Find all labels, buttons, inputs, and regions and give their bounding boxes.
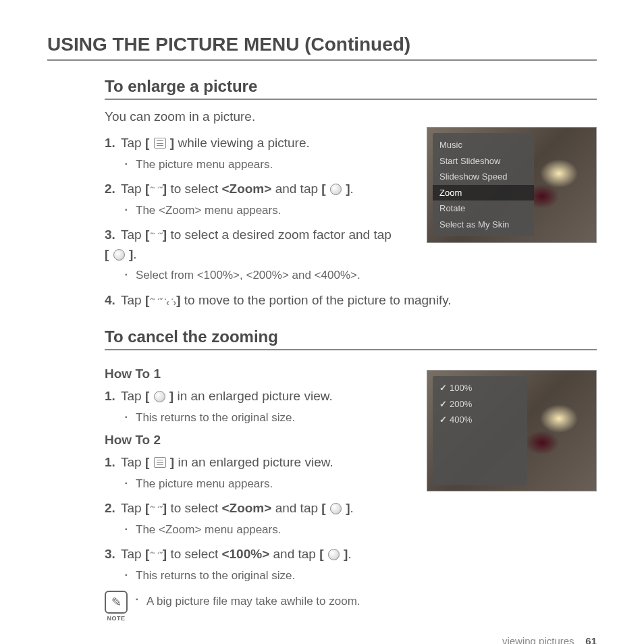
menu-icon xyxy=(154,138,166,149)
step-num: 3. xyxy=(105,225,121,245)
step-text: Tap xyxy=(121,547,145,561)
step-text: in an enlarged picture view. xyxy=(173,389,333,403)
page-number: 61 xyxy=(585,635,597,644)
section1-steps: 1.Tap [ ] while viewing a picture. The p… xyxy=(105,134,415,284)
howto-2-label: How To 2 xyxy=(105,433,597,448)
howto2-step3: 3.Tap [ˆ˙ ˙ˇ] to select <100%> and tap [… xyxy=(105,545,415,584)
step-text: Tap xyxy=(121,293,145,307)
step-text: to select a desired zoom factor and tap xyxy=(167,227,392,242)
section-title-cancel: To cancel the zooming xyxy=(105,327,597,350)
step-sub: This returns to the original size. xyxy=(125,409,415,427)
step-text: and tap xyxy=(269,547,319,561)
step-text: in an enlarged picture view. xyxy=(174,455,333,469)
direction-pad-icon: ˆ˙ ˙ˇ ˙‹ ˙› xyxy=(150,296,176,310)
howto1-step1: 1.Tap [ ] in an enlarged picture view. T… xyxy=(105,387,415,426)
manual-page: USING THE PICTURE MENU (Continued) Music… xyxy=(0,0,644,644)
step-num: 1. xyxy=(105,453,121,473)
step-4: 4.Tap [ˆ˙ ˙ˇ ˙‹ ˙›] to move to the porti… xyxy=(105,291,597,311)
up-down-icon: ˆ˙ ˙ˇ xyxy=(150,184,162,198)
step-text: and tap xyxy=(271,182,321,196)
step-num: 3. xyxy=(105,545,121,564)
step-text: to move to the portion of the picture to… xyxy=(181,293,452,307)
page-footer: viewing pictures _ 61 xyxy=(47,635,597,644)
page-title: USING THE PICTURE MENU (Continued) xyxy=(47,34,597,61)
section1-intro: You can zoom in a picture. xyxy=(105,109,597,124)
step-num: 2. xyxy=(105,180,121,199)
note-badge: ✎ NOTE xyxy=(105,591,128,622)
step-sub: This returns to the original size. xyxy=(125,567,415,585)
step-sub: The <Zoom> menu appears. xyxy=(125,521,415,539)
howto-1-label: How To 1 xyxy=(105,367,597,381)
up-down-icon: ˆ˙ ˙ˇ xyxy=(150,230,162,244)
step-text: . xyxy=(350,501,354,515)
section1-step4-row: 4.Tap [ˆ˙ ˙ˇ ˙‹ ˙›] to move to the porti… xyxy=(105,291,597,311)
step-3: 3.Tap [ˆ˙ ˙ˇ] to select a desired zoom f… xyxy=(105,225,415,284)
menu-icon xyxy=(154,457,166,468)
section-title-enlarge: To enlarge a picture xyxy=(105,77,597,100)
step-text: . xyxy=(133,247,136,261)
step-sub: The <Zoom> menu appears. xyxy=(125,202,415,219)
step-text: Tap xyxy=(121,182,145,196)
step-2: 2.Tap [ˆ˙ ˙ˇ] to select <Zoom> and tap [… xyxy=(105,180,415,219)
step-sub: Select from <100%>, <200%> and <400%>. xyxy=(125,267,415,284)
note-text: A big picture file may take awhile to zo… xyxy=(136,591,360,608)
note-row: ✎ NOTE A big picture file may take awhil… xyxy=(105,591,597,622)
step-text: while viewing a picture. xyxy=(174,136,310,150)
note-label: NOTE xyxy=(107,615,125,622)
step-text: Tap xyxy=(121,389,145,403)
select-icon xyxy=(154,391,165,402)
step-num: 1. xyxy=(105,134,121,153)
select-icon xyxy=(330,184,342,195)
step-text: to select xyxy=(167,547,221,561)
up-down-icon: ˆ˙ ˙ˇ xyxy=(150,549,162,564)
note-icon: ✎ xyxy=(105,591,128,614)
select-icon xyxy=(330,503,342,514)
step-sub: The picture menu appears. xyxy=(125,475,415,493)
step-sub: The picture menu appears. xyxy=(125,156,415,173)
step-num: 4. xyxy=(105,291,121,311)
step-strong: <Zoom> xyxy=(221,182,271,196)
step-text: to select xyxy=(167,182,221,196)
select-icon xyxy=(113,249,125,261)
step-text: and tap xyxy=(271,501,321,515)
step-text: . xyxy=(350,182,354,196)
step-1: 1.Tap [ ] while viewing a picture. The p… xyxy=(105,134,415,173)
step-text: Tap xyxy=(121,227,145,242)
step-strong: <100%> xyxy=(221,547,269,561)
step-num: 1. xyxy=(105,387,121,406)
step-text: Tap xyxy=(121,136,145,150)
step-strong: <Zoom> xyxy=(221,501,271,515)
howto2-step2: 2.Tap [ˆ˙ ˙ˇ] to select <Zoom> and tap [… xyxy=(105,499,415,538)
footer-text: viewing pictures _ xyxy=(502,635,585,644)
step-num: 2. xyxy=(105,499,121,518)
howto1-steps: 1.Tap [ ] in an enlarged picture view. T… xyxy=(105,387,415,426)
up-down-icon: ˆ˙ ˙ˇ xyxy=(150,504,162,518)
howto2-steps: 1.Tap [ ] in an enlarged picture view. T… xyxy=(105,453,415,584)
select-icon xyxy=(328,549,340,560)
step-text: to select xyxy=(167,501,221,515)
howto2-step1: 1.Tap [ ] in an enlarged picture view. T… xyxy=(105,453,415,492)
step-text: Tap xyxy=(121,501,145,515)
step-text: Tap xyxy=(121,455,145,469)
step-text: . xyxy=(348,547,351,561)
